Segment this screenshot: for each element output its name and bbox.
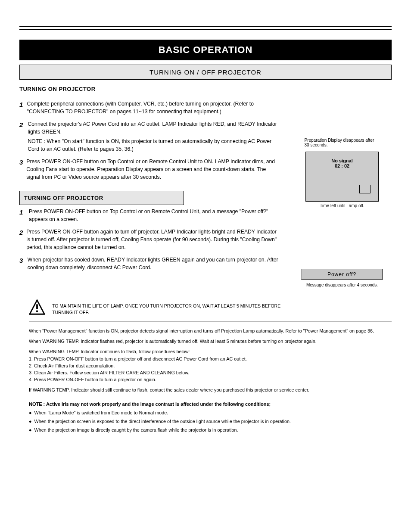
step-text: Complete peripheral connections (with Co… [27, 100, 280, 116]
warning-icon [29, 299, 45, 316]
step-text: Press POWER ON-OFF button on Top Control… [26, 158, 280, 181]
pm-step: 2. Check Air Filters for dust accumulati… [29, 362, 392, 369]
page-title: BASIC OPERATION [159, 44, 253, 55]
pm-step: 1. Press POWER ON-OFF button to turn a p… [29, 355, 392, 362]
note-head: NOTE : Active Iris may not work properly… [29, 401, 392, 408]
power-off-caption: Message disappears after 4 seconds. [306, 283, 378, 287]
turning-off-header: TURNING OFF PROJECTOR [19, 191, 184, 205]
prep-display-caption: Preparation Display disappears after 30 … [305, 138, 380, 147]
no-signal-display: No signal 02 : 02 [305, 152, 379, 202]
svg-rect-2 [36, 311, 38, 312]
note-bullet: When the projection screen is exposed to… [34, 418, 291, 425]
step-num: 1 [19, 100, 24, 116]
pm-step: 4. Press POWER ON-OFF button to turn a p… [29, 376, 392, 383]
note-block: NOTE : Active Iris may not work properly… [29, 401, 392, 434]
pm-p3-lead: When WARNING TEMP. Indicator continues t… [29, 348, 392, 355]
step-note: NOTE : When "On start" function is ON, t… [28, 137, 280, 153]
pm-p2: When WARNING TEMP. Indicator flashes red… [29, 338, 392, 345]
left-column: 1 Complete peripheral connections (with … [19, 100, 280, 271]
turning-on-header: TURNING ON PROJECTOR [19, 86, 392, 92]
note-bullet: When the projection image is directly ca… [34, 426, 238, 433]
step-text: When projector has cooled down, READY In… [28, 256, 280, 272]
step-num: 1 [19, 208, 25, 224]
page-subtitle-bar: TURNING ON / OFF PROJECTOR [19, 65, 392, 80]
step-text: Press POWER ON-OFF button again to turn … [26, 228, 280, 252]
screen-icon [359, 185, 371, 193]
page-subtitle: TURNING ON / OFF PROJECTOR [149, 68, 262, 76]
step-num: 3 [19, 256, 24, 272]
pm-step: 3. Clean Air Filters. Follow section AIR… [29, 369, 392, 376]
no-signal-line2: 02 : 02 [306, 163, 378, 168]
pm-p1: When "Power Management" function is ON, … [29, 327, 392, 334]
no-signal-caption: Time left until Lamp off. [320, 203, 364, 208]
note-bullet: When "Lamp Mode" is switched from Eco mo… [34, 409, 168, 416]
right-column: Preparation Display disappears after 30 … [293, 100, 392, 287]
power-mgmt-block: When "Power Management" function is ON, … [29, 327, 392, 394]
step-num: 3 [19, 158, 23, 181]
pm-p4: If WARNING TEMP. Indicator should still … [29, 386, 392, 393]
step-text: Press POWER ON-OFF button on Top Control… [29, 208, 280, 224]
step-text: Connect the projector's AC Power Cord in… [28, 120, 280, 136]
caution-text: TO MAINTAIN THE LIFE OF LAMP, ONCE YOU T… [52, 303, 293, 316]
power-off-dialog: Power off? [301, 269, 383, 280]
divider [29, 321, 392, 322]
svg-rect-1 [36, 304, 38, 309]
step-num: 2 [19, 228, 23, 252]
page-title-bar: BASIC OPERATION [19, 40, 392, 60]
no-signal-line1: No signal [306, 158, 378, 163]
step-num: 2 [19, 120, 25, 153]
